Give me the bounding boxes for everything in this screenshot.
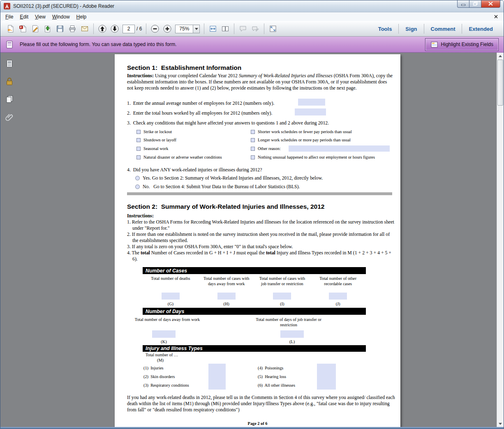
section2-instructions: 1. Refer to the OSHA Forms for Recording… (127, 219, 395, 262)
injury-illness-types-header-bar: Injury and Illness Types (143, 345, 366, 352)
sign-button[interactable]: Sign (399, 23, 423, 35)
zoom-level-select[interactable]: 75% (175, 25, 200, 33)
drawing-markups-button[interactable] (249, 23, 261, 35)
attachments-paperclip-button[interactable] (3, 111, 16, 123)
checkbox-label: Longer work schedules or more pay period… (258, 138, 351, 143)
checkbox-shutdown-or-layoff[interactable] (136, 138, 141, 142)
vertical-scrollbar[interactable] (497, 53, 504, 427)
scroll-down-button[interactable] (497, 420, 504, 427)
types-total-label: Total number of … (146, 353, 178, 358)
question2-label: 2. Enter the total hours worked by all e… (127, 110, 273, 116)
label-J: (J) (310, 302, 366, 307)
field-M3-input[interactable] (208, 381, 226, 390)
field-G-input[interactable] (162, 293, 180, 300)
security-lock-button[interactable] (3, 75, 16, 88)
section1-title: Section 1: Establishment Information (127, 64, 241, 72)
close-document-button[interactable] (490, 15, 502, 18)
radio-yes[interactable] (135, 176, 140, 180)
checkbox-seasonal-work[interactable] (136, 147, 141, 151)
toolbar: / 6 75% Tools Sign Comment Extended (0, 21, 504, 37)
tools-button[interactable]: Tools (372, 23, 399, 35)
section2-instruction-4: 4. The total Number of Cases recorded in… (127, 250, 395, 262)
menu-file[interactable]: File (2, 13, 16, 21)
toolbar-separator (146, 23, 146, 34)
adobe-reader-window: SOII2012 (3).pdf (SECURED) - Adobe Reade… (0, 0, 504, 429)
toolbar-separator (234, 23, 234, 34)
field-I-input[interactable] (273, 293, 291, 300)
field-M4-input[interactable] (317, 364, 336, 372)
extended-button[interactable]: Extended (462, 23, 499, 35)
fit-page-button[interactable] (219, 23, 231, 35)
zoom-out-button[interactable] (149, 23, 161, 35)
minimize-button[interactable] (457, 0, 469, 8)
field-K-input[interactable] (152, 330, 176, 338)
open-file-button[interactable] (5, 23, 17, 35)
section-divider (127, 192, 392, 195)
email-button[interactable] (79, 23, 91, 35)
menu-help[interactable]: Help (73, 13, 90, 21)
instruction4-bold: total (266, 250, 275, 256)
sticky-note-button[interactable] (237, 23, 249, 35)
section2-instructions-label: Instructions: (127, 213, 154, 219)
scroll-down-arrow-icon (499, 423, 502, 425)
menu-edit[interactable]: Edit (16, 13, 32, 21)
field-L-input[interactable] (280, 330, 304, 338)
create-pdf-button[interactable] (17, 23, 29, 35)
checkbox-other-reason[interactable] (251, 147, 255, 151)
menu-window[interactable]: Window (49, 13, 73, 21)
pages-copy-button[interactable] (3, 93, 16, 105)
field-M5-input[interactable] (317, 372, 336, 381)
fullscreen-button[interactable] (267, 23, 279, 35)
cases-fields-row (143, 293, 366, 300)
checkbox-natural-disaster[interactable] (136, 155, 141, 159)
scroll-up-button[interactable] (497, 53, 504, 59)
previous-page-button[interactable] (96, 23, 109, 35)
main-content: Section 1: Establishment Information Ins… (0, 53, 504, 427)
field-J-input[interactable] (329, 293, 347, 300)
injury-illness-types-header: Injury and Illness Types (146, 346, 203, 351)
question2-input-field[interactable] (295, 108, 326, 115)
close-button[interactable] (481, 0, 500, 8)
page-number-input[interactable] (123, 25, 135, 33)
number-of-cases-header: Number of Cases (146, 268, 187, 274)
adobe-reader-icon (4, 3, 10, 9)
field-H-input[interactable] (217, 293, 236, 300)
comment-button[interactable]: Comment (424, 23, 462, 35)
other-reason-input-field[interactable] (289, 145, 390, 152)
scrollbar-thumb[interactable] (497, 60, 503, 106)
page-thumbnails-button[interactable] (3, 58, 16, 70)
print-button[interactable] (66, 23, 79, 35)
zoom-level-value: 75% (176, 26, 193, 32)
zoom-in-button[interactable] (161, 23, 173, 35)
fill-sign-button[interactable] (29, 23, 42, 35)
scrollbar-track[interactable] (497, 106, 504, 420)
share-upload-button[interactable] (42, 23, 54, 35)
question1-input-field[interactable] (298, 99, 325, 106)
restore-button[interactable] (469, 0, 481, 8)
checkbox-strike-or-lockout[interactable] (136, 130, 141, 134)
field-M2-input[interactable] (208, 372, 226, 381)
save-button[interactable] (54, 23, 66, 35)
checkbox-row-longer-schedules: Longer work schedules or more pay period… (251, 138, 351, 143)
label-L: (L) (280, 339, 304, 345)
menu-view[interactable]: View (32, 13, 49, 21)
zoom-dropdown-arrow-icon[interactable] (193, 25, 199, 33)
field-M1-input[interactable] (208, 364, 226, 372)
checkbox-nothing-unusual[interactable] (251, 155, 255, 159)
window-title: SOII2012 (3).pdf (SECURED) - Adobe Reade… (13, 3, 114, 9)
checkbox-shorter-schedules[interactable] (251, 130, 255, 134)
checkbox-row-other-reason: Other reason: (251, 146, 281, 152)
cases-column-header-days-away: Total number of cases with days away fro… (199, 276, 254, 286)
form-notification-bar: Please fill out the following form. You … (0, 37, 504, 53)
highlight-existing-fields-button[interactable]: Highlight Existing Fields (425, 38, 499, 51)
section2-instruction-3: 3. If any total is zero on your OSHA For… (127, 244, 395, 250)
field-M6-input[interactable] (317, 381, 336, 390)
radio-no[interactable] (135, 185, 140, 189)
type-item-hearing-loss: (5) Hearing loss (258, 374, 286, 380)
next-page-button[interactable] (109, 23, 121, 35)
instruction4-bold: total (141, 250, 150, 256)
fit-width-button[interactable] (207, 23, 219, 35)
question1-label: 1. Enter the annual average number of em… (127, 100, 274, 106)
label-I: (I) (254, 302, 310, 307)
checkbox-longer-schedules[interactable] (251, 138, 255, 142)
